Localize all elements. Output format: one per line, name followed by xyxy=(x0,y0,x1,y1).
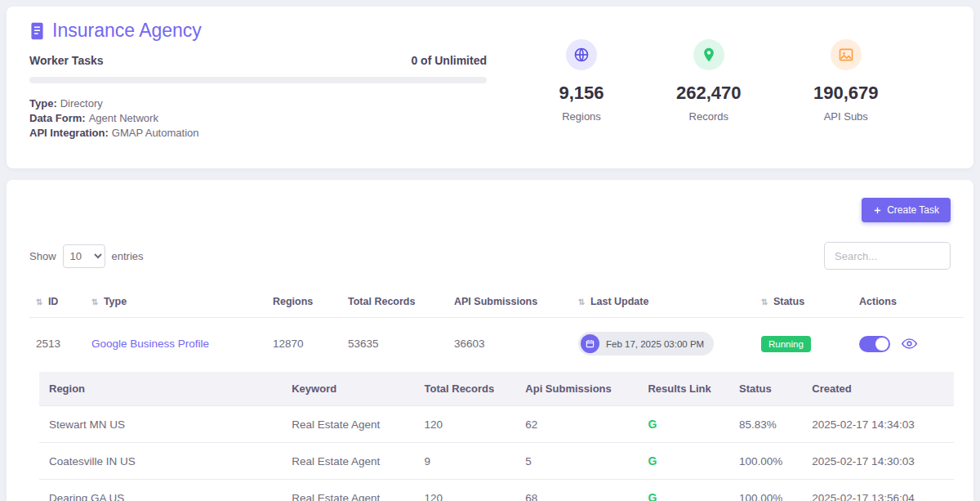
calendar-icon xyxy=(581,334,599,353)
sub-col-region: Region xyxy=(39,372,282,406)
region-name: Coatesville IN US xyxy=(39,443,282,480)
region-status: 100.00% xyxy=(729,480,802,501)
region-total-records: 120 xyxy=(415,480,516,501)
region-keyword: Real Estate Agent xyxy=(282,406,414,443)
col-header-total-records: Total Records xyxy=(341,286,448,318)
sub-col-results-link: Results Link xyxy=(638,372,729,406)
journal-icon xyxy=(29,22,45,40)
col-header-last-update[interactable]: ⇅ Last Update xyxy=(572,286,755,318)
col-header-regions: Regions xyxy=(266,286,341,318)
tasks-card: Create Task Show 10 entries ⇅ ID ⇅ Type … xyxy=(7,180,973,501)
meta-data-form: Data Form:Agent Network xyxy=(29,111,487,126)
region-total-records: 120 xyxy=(415,406,516,443)
region-row: Dearing GA US Real Estate Agent 120 68 G… xyxy=(39,480,954,501)
stat-api-subs: 190,679 API Subs xyxy=(813,39,879,155)
sort-icon: ⇅ xyxy=(578,297,585,306)
map-pin-icon xyxy=(693,39,724,70)
region-api-submissions: 5 xyxy=(515,443,638,480)
col-header-status[interactable]: ⇅ Status xyxy=(755,286,853,318)
results-link[interactable]: G xyxy=(648,491,657,501)
region-row: Stewart MN US Real Estate Agent 120 62 G… xyxy=(39,406,954,443)
sort-icon: ⇅ xyxy=(36,297,42,306)
status-badge: Running xyxy=(761,336,811,352)
task-id: 2513 xyxy=(29,318,85,368)
col-header-type[interactable]: ⇅ Type xyxy=(85,286,266,318)
sub-col-keyword: Keyword xyxy=(282,372,414,406)
col-header-id[interactable]: ⇅ ID xyxy=(29,286,85,318)
stat-regions: 9,156 Regions xyxy=(559,39,604,155)
progress-bar xyxy=(29,77,487,83)
region-total-records: 9 xyxy=(415,443,516,480)
region-api-submissions: 62 xyxy=(515,406,638,443)
meta-api-integration: API Integration:GMAP Automation xyxy=(29,126,487,141)
col-header-api-submissions: API Submissions xyxy=(448,286,572,318)
meta-type: Type:Directory xyxy=(29,96,487,111)
page-title: Insurance Agency xyxy=(52,20,202,42)
region-keyword: Real Estate Agent xyxy=(282,443,414,480)
region-created: 2025-02-17 14:30:03 xyxy=(802,443,954,480)
results-link[interactable]: G xyxy=(648,418,657,431)
show-label: Show xyxy=(29,250,56,262)
region-row: Coatesville IN US Real Estate Agent 9 5 … xyxy=(39,443,954,480)
task-regions: 12870 xyxy=(266,318,341,368)
results-link[interactable]: G xyxy=(648,454,657,467)
globe-icon xyxy=(566,39,597,70)
stat-label: Records xyxy=(676,110,742,123)
sub-col-status: Status xyxy=(729,372,802,406)
task-total-records: 53635 xyxy=(341,318,448,368)
table-row: 2513 Google Business Profile 12870 53635… xyxy=(29,318,964,368)
region-api-submissions: 68 xyxy=(515,480,638,501)
create-task-button[interactable]: Create Task xyxy=(862,198,951,222)
task-api-submissions: 36603 xyxy=(448,318,572,368)
last-update-badge: Feb 17, 2025 03:00 PM xyxy=(578,332,714,356)
region-status: 100.00% xyxy=(729,443,802,480)
region-keyword: Real Estate Agent xyxy=(282,480,414,501)
entries-label: entries xyxy=(112,250,144,262)
sub-col-total-records: Total Records xyxy=(415,372,516,406)
summary-card: Insurance Agency Worker Tasks 0 of Unlim… xyxy=(7,7,973,168)
region-details-table: Region Keyword Total Records Api Submiss… xyxy=(39,372,954,501)
stat-value: 190,679 xyxy=(813,83,879,104)
stat-value: 9,156 xyxy=(559,83,604,104)
col-header-actions: Actions xyxy=(853,286,964,318)
page-size-select[interactable]: 10 xyxy=(63,244,105,268)
view-eye-icon[interactable] xyxy=(902,336,917,351)
sub-col-created: Created xyxy=(802,372,954,406)
section-title: Worker Tasks xyxy=(29,54,104,67)
stat-label: API Subs xyxy=(813,110,879,123)
sub-col-api-submissions: Api Submissions xyxy=(515,372,638,406)
region-created: 2025-02-17 14:34:03 xyxy=(802,406,954,443)
task-summary: Insurance Agency Worker Tasks 0 of Unlim… xyxy=(29,20,487,155)
sort-icon: ⇅ xyxy=(91,297,98,306)
stats-row: 9,156 Regions 262,470 Records 190,679 AP… xyxy=(487,20,951,155)
tasks-table: ⇅ ID ⇅ Type Regions Total Records API Su… xyxy=(29,286,964,501)
stat-label: Regions xyxy=(559,110,604,123)
api-subs-icon xyxy=(831,39,862,70)
sort-icon: ⇅ xyxy=(761,297,768,306)
region-status: 85.83% xyxy=(729,406,802,443)
task-type-link[interactable]: Google Business Profile xyxy=(91,338,209,350)
stat-records: 262,470 Records xyxy=(676,39,742,155)
enable-toggle[interactable] xyxy=(859,336,890,352)
task-meta: Type:Directory Data Form:Agent Network A… xyxy=(29,96,487,141)
region-name: Stewart MN US xyxy=(39,406,282,443)
search-input[interactable] xyxy=(824,242,951,270)
quota-text: 0 of Unlimited xyxy=(411,54,487,67)
region-created: 2025-02-17 13:56:04 xyxy=(802,480,954,501)
region-name: Dearing GA US xyxy=(39,480,282,501)
plus-icon xyxy=(873,206,882,215)
stat-value: 262,470 xyxy=(676,83,742,104)
